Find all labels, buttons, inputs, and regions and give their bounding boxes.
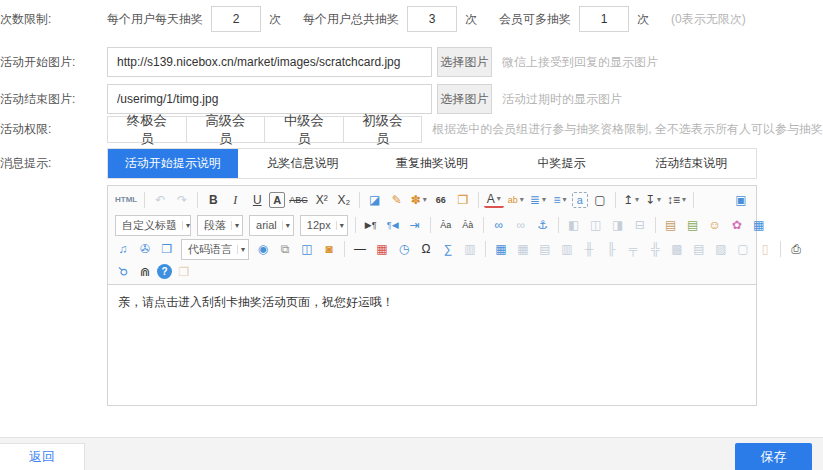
- permission-ultimate-member-button[interactable]: 终极会员: [107, 116, 187, 143]
- superscript-icon[interactable]: X²: [312, 191, 332, 210]
- time-icon[interactable]: ◷: [394, 240, 414, 259]
- save-button[interactable]: 保存: [735, 443, 812, 470]
- link-icon[interactable]: ∞: [489, 216, 509, 235]
- paragraph-space-bottom-icon[interactable]: ↧▾: [643, 191, 663, 210]
- table-border-icon[interactable]: ▢: [733, 240, 753, 259]
- unlink-icon[interactable]: ∞: [511, 216, 531, 235]
- editor-content-area[interactable]: 亲，请点击进入刮刮卡抽奖活动页面，祝您好运哦！: [108, 285, 756, 405]
- insert-caption-icon[interactable]: ▤: [535, 240, 555, 259]
- insert-template-icon[interactable]: ❒: [157, 240, 177, 259]
- highlight-color-icon[interactable]: ab▾: [506, 191, 526, 210]
- insert-col-icon[interactable]: ╟: [601, 240, 621, 259]
- start-image-hint: 微信上接受到回复的显示图片: [502, 54, 658, 71]
- image-align-none-icon[interactable]: ⊟: [630, 216, 650, 235]
- case-upper-icon[interactable]: Âa: [436, 216, 456, 235]
- merge-cells-icon[interactable]: ╫: [579, 240, 599, 259]
- back-button[interactable]: 返回: [0, 443, 85, 470]
- horizontal-rule-icon[interactable]: —: [350, 240, 370, 259]
- snapscreen-icon[interactable]: ◙: [319, 240, 339, 259]
- anchor-icon[interactable]: ⚓: [533, 216, 553, 235]
- paste-text-icon[interactable]: ❐: [453, 191, 473, 210]
- permission-middle-member-button[interactable]: 中级会员: [264, 116, 344, 143]
- custom-heading-select[interactable]: 自定义标题▾: [115, 215, 191, 236]
- ltr-paragraph-icon[interactable]: ▶¶: [361, 216, 381, 235]
- source-code-icon[interactable]: HTML: [113, 191, 139, 210]
- formula-icon[interactable]: ∑: [438, 240, 458, 259]
- font-size-select[interactable]: 12px▾: [300, 215, 348, 236]
- start-image-pick-button[interactable]: 选择图片: [437, 47, 492, 77]
- sort-table-icon[interactable]: ▤: [689, 240, 709, 259]
- unordered-list-icon[interactable]: ≡▾: [550, 191, 570, 210]
- special-char-icon[interactable]: Ω: [416, 240, 436, 259]
- delete-table-icon[interactable]: ▦: [513, 240, 533, 259]
- start-image-url-input[interactable]: [107, 47, 432, 77]
- insert-table-icon[interactable]: ▦: [491, 240, 511, 259]
- tab-activity-end-message[interactable]: 活动结束说明: [626, 149, 756, 178]
- case-lower-icon[interactable]: Âà: [458, 216, 478, 235]
- underline-icon[interactable]: U: [247, 191, 267, 210]
- upload-image-icon[interactable]: ▤: [683, 216, 703, 235]
- total-draw-count-input[interactable]: [407, 6, 457, 32]
- italic-icon[interactable]: I: [225, 191, 245, 210]
- strikethrough-icon[interactable]: ABC: [287, 191, 310, 210]
- blockquote-icon[interactable]: 66: [431, 191, 451, 210]
- help-icon[interactable]: ?: [157, 264, 172, 279]
- daily-draw-suffix: 次: [269, 11, 281, 28]
- split-cell-icon[interactable]: ╬: [645, 240, 665, 259]
- table-style-icon[interactable]: ▩: [667, 240, 687, 259]
- font-color-icon[interactable]: A▾: [484, 192, 504, 208]
- tab-win-message[interactable]: 中奖提示: [497, 149, 627, 178]
- find-replace-icon[interactable]: ⋒: [135, 262, 155, 281]
- draft-icon[interactable]: ❐: [174, 262, 194, 281]
- char-border-icon[interactable]: A: [269, 192, 285, 208]
- pagebreak-icon[interactable]: ⧉: [275, 240, 295, 259]
- new-doc-icon[interactable]: ▢: [590, 191, 610, 210]
- redo-icon[interactable]: ↷: [172, 191, 192, 210]
- table-bg-icon[interactable]: ▨: [711, 240, 731, 259]
- daily-draw-count-input[interactable]: [211, 6, 261, 32]
- end-image-pick-button[interactable]: 选择图片: [437, 84, 492, 114]
- insert-image-icon[interactable]: ▤: [661, 216, 681, 235]
- image-align-left-icon[interactable]: ◧: [564, 216, 584, 235]
- member-extra-draw-count-input[interactable]: [579, 6, 629, 32]
- insert-video-icon[interactable]: ▦: [749, 216, 769, 235]
- image-align-right-icon[interactable]: ◨: [608, 216, 628, 235]
- tab-redeem-info[interactable]: 兑奖信息说明: [238, 149, 368, 178]
- emoticon-icon[interactable]: ☺: [705, 216, 725, 235]
- tab-repeat-draw[interactable]: 重复抽奖说明: [367, 149, 497, 178]
- bold-icon[interactable]: B: [203, 191, 223, 210]
- scrawl-color-icon[interactable]: ✽▾: [409, 191, 429, 210]
- print-icon[interactable]: ⎙: [786, 240, 806, 259]
- tab-activity-start-message[interactable]: 活动开始提示说明: [108, 149, 238, 178]
- preview-icon[interactable]: ⚲: [109, 258, 137, 286]
- insert-row-icon[interactable]: ╤: [623, 240, 643, 259]
- image-align-center-icon[interactable]: ◫: [586, 216, 606, 235]
- scrawl-icon[interactable]: ✿: [727, 216, 747, 235]
- end-image-url-input[interactable]: [107, 84, 432, 114]
- paragraph-format-select[interactable]: 段落▾: [197, 215, 243, 236]
- undo-icon[interactable]: ↶: [150, 191, 170, 210]
- permission-senior-member-button[interactable]: 高级会员: [186, 116, 266, 143]
- anchor-text-icon[interactable]: a: [572, 192, 588, 208]
- paragraph-space-top-icon[interactable]: ↥▾: [621, 191, 641, 210]
- line-height-icon[interactable]: ↕≡▾: [665, 191, 688, 210]
- spreadsheet-icon[interactable]: ▥: [460, 240, 480, 259]
- code-language-select[interactable]: 代码语言▾: [181, 239, 249, 260]
- subscript-icon[interactable]: X₂: [334, 191, 354, 210]
- date-icon[interactable]: ▦: [372, 240, 392, 259]
- rtl-paragraph-icon[interactable]: ¶◀: [383, 216, 403, 235]
- indent-icon[interactable]: ⇥: [405, 216, 425, 235]
- rich-text-editor: HTML↶↷BIUAABCX²X₂◪✎✽▾66❐A▾ab▾≣▾≡▾a▢↥▾↧▾↕…: [107, 185, 757, 406]
- font-family-select[interactable]: arial▾: [249, 215, 294, 236]
- map-icon[interactable]: ◉: [253, 240, 273, 259]
- permission-junior-member-button[interactable]: 初级会员: [343, 116, 423, 143]
- doc-template-icon[interactable]: ▯: [755, 240, 775, 259]
- iframe-icon[interactable]: ◫: [297, 240, 317, 259]
- music-icon[interactable]: ♫: [113, 240, 133, 259]
- ordered-list-icon[interactable]: ≣▾: [528, 191, 548, 210]
- insert-title-icon[interactable]: ▥: [557, 240, 577, 259]
- fullscreen-icon[interactable]: ▣: [731, 191, 751, 210]
- format-eraser-icon[interactable]: ◪: [365, 191, 385, 210]
- attachment-icon[interactable]: ✇: [135, 240, 155, 259]
- format-brush-icon[interactable]: ✎: [387, 191, 407, 210]
